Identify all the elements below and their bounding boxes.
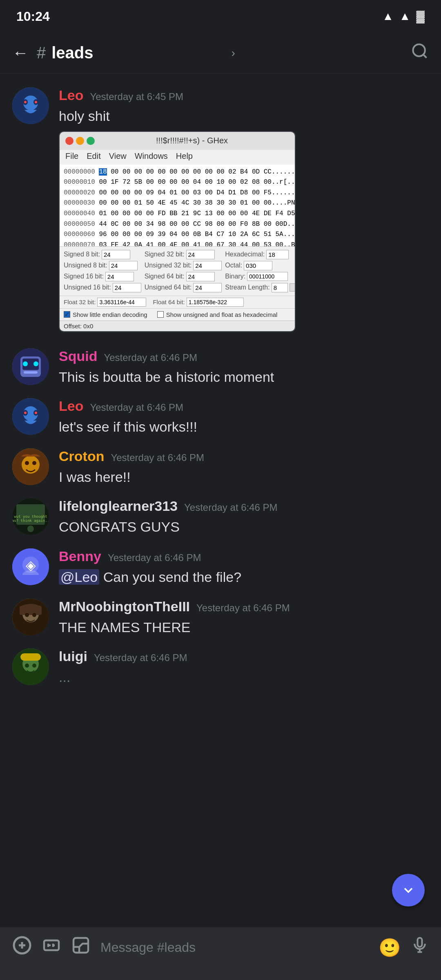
- hex-row: 00000070 03 FE 42 0A 41 00 4E 00 41 00 6…: [64, 240, 291, 246]
- field-float64: Float 64 bit:: [153, 298, 243, 307]
- message-header: Benny Yesterday at 6:46 PM: [59, 548, 429, 564]
- svg-text:is wut you thought it: is wut you thought it: [12, 514, 49, 519]
- message-text: @Leo Can you send the file?: [59, 568, 429, 587]
- ghex-checkboxes: ✓ Show little endian decoding Show unsig…: [60, 308, 295, 321]
- hex-row: 00000040 01 00 00 00 00 FD BB 21 9C 13 0…: [64, 209, 291, 219]
- svg-rect-45: [44, 940, 59, 950]
- menu-file[interactable]: File: [65, 151, 78, 163]
- ghex-menubar: File Edit View Windows Help: [60, 150, 295, 165]
- svg-point-22: [25, 461, 29, 465]
- field-float32: Float 32 bit:: [64, 298, 146, 307]
- message-header: Croton Yesterday at 6:46 PM: [59, 448, 429, 464]
- battery-icon: ▓: [416, 10, 425, 23]
- message-text: THE NAMES THERE: [59, 618, 429, 637]
- channel-name[interactable]: leads: [51, 44, 227, 62]
- avatar: [12, 648, 49, 685]
- ghex-float-row: Float 32 bit: Float 64 bit:: [60, 296, 295, 308]
- message-content: Croton Yesterday at 6:46 PM I was here!!: [59, 448, 429, 487]
- field-signed16: Signed 16 bit:: [64, 272, 141, 281]
- message-header: MrNoobingtonTheIII Yesterday at 6:46 PM: [59, 599, 429, 615]
- message-row: MrNoobingtonTheIII Yesterday at 6:46 PM …: [0, 593, 441, 643]
- stream-dec-btn[interactable]: −: [290, 283, 296, 292]
- wifi-icon: ▲: [382, 10, 394, 23]
- svg-point-7: [35, 101, 37, 103]
- message-header: Leo Yesterday at 6:45 PM: [59, 87, 429, 103]
- maximize-btn[interactable]: [87, 137, 95, 145]
- message-row: Squid Yesterday at 6:46 PM This is boutt…: [0, 343, 441, 393]
- menu-windows[interactable]: Windows: [135, 151, 168, 163]
- float32-input[interactable]: [97, 298, 146, 307]
- timestamp: Yesterday at 6:45 PM: [90, 91, 183, 102]
- add-button[interactable]: [12, 935, 32, 960]
- message-input[interactable]: [100, 940, 369, 955]
- float64-input[interactable]: [187, 298, 244, 307]
- signed32-input[interactable]: [186, 250, 215, 259]
- message-content: Squid Yesterday at 6:46 PM This is boutt…: [59, 348, 429, 387]
- checkbox-unsigned-float[interactable]: Show unsigned and float as hexadecimal: [157, 311, 278, 318]
- svg-point-28: [27, 526, 34, 532]
- unsigned16-input[interactable]: [113, 283, 141, 292]
- minimize-btn[interactable]: [76, 137, 84, 145]
- timestamp: Yesterday at 6:46 PM: [111, 452, 204, 463]
- top-bar: ← # leads ›: [0, 33, 441, 74]
- menu-edit[interactable]: Edit: [87, 151, 100, 163]
- field-binary: Binary:: [225, 272, 296, 281]
- hex-row: 00000050 44 0C 00 00 34 98 00 00 CC 98 0…: [64, 219, 291, 230]
- menu-view[interactable]: View: [109, 151, 127, 163]
- message-row: luigi Yesterday at 6:46 PM ...: [0, 643, 441, 693]
- svg-line-1: [423, 54, 427, 58]
- field-signed64: Signed 64 bit:: [145, 272, 222, 281]
- avatar: [12, 87, 49, 124]
- unsigned64-input[interactable]: [193, 283, 222, 292]
- svg-point-6: [24, 101, 27, 103]
- ghex-hex-display: 00000000 18 00 00 00 00 00 00 00 00 00 0…: [60, 165, 295, 246]
- binary-input[interactable]: [247, 272, 288, 281]
- sticker-button[interactable]: [71, 935, 91, 960]
- checkbox-little-endian[interactable]: ✓ Show little endian decoding: [64, 311, 147, 318]
- checkbox-label: Show little endian decoding: [73, 311, 147, 318]
- hex-row: 00000010 00 1F 72 5B 00 00 00 00 04 00 1…: [64, 177, 291, 188]
- message-text: CONGRATS GUYS: [59, 517, 429, 537]
- signed16-input[interactable]: [105, 272, 134, 281]
- svg-rect-13: [24, 371, 38, 374]
- channel-chevron-icon: ›: [231, 47, 235, 60]
- mic-button[interactable]: [411, 936, 429, 959]
- stream-length-input[interactable]: [272, 283, 288, 292]
- unsigned8-input[interactable]: [109, 261, 138, 270]
- svg-point-12: [33, 361, 38, 366]
- username: lifelonglearner313: [59, 498, 178, 514]
- username: luigi: [59, 648, 87, 664]
- field-unsigned32: Unsigned 32 bit:: [145, 261, 222, 270]
- hexadecimal-input[interactable]: [266, 250, 289, 259]
- svg-text:◈: ◈: [26, 558, 36, 572]
- field-signed8: Signed 8 bit:: [64, 250, 141, 259]
- emoji-button[interactable]: 🙂: [379, 937, 401, 958]
- svg-rect-47: [418, 938, 422, 947]
- octal-input[interactable]: [244, 261, 272, 270]
- search-button[interactable]: [411, 42, 429, 64]
- field-signed32: Signed 32 bit:: [145, 250, 222, 259]
- avatar: [12, 599, 49, 635]
- message-content: MrNoobingtonTheIII Yesterday at 6:46 PM …: [59, 599, 429, 637]
- menu-help[interactable]: Help: [176, 151, 193, 163]
- signed8-input[interactable]: [102, 250, 130, 259]
- message-text: ...: [59, 668, 429, 687]
- gif-button[interactable]: [42, 935, 61, 960]
- timestamp: Yesterday at 6:46 PM: [94, 652, 187, 664]
- message-row: ◈ Benny Yesterday at 6:46 PM @Leo Can yo…: [0, 543, 441, 593]
- back-button[interactable]: ←: [12, 44, 29, 62]
- svg-rect-34: [20, 606, 42, 615]
- field-octal: Octal:: [225, 261, 296, 270]
- scroll-to-bottom-button[interactable]: [392, 874, 425, 906]
- mention-leo: @Leo: [59, 569, 99, 585]
- message-content: luigi Yesterday at 6:46 PM ...: [59, 648, 429, 687]
- signed64-input[interactable]: [186, 272, 215, 281]
- close-btn[interactable]: [65, 137, 74, 145]
- unsigned32-input[interactable]: [193, 261, 222, 270]
- message-header: luigi Yesterday at 6:46 PM: [59, 648, 429, 664]
- messages-list: Leo Yesterday at 6:45 PM holy shit !!!$r…: [0, 74, 441, 775]
- signal-icon: ▲: [399, 10, 411, 23]
- svg-point-23: [32, 461, 36, 465]
- field-unsigned16: Unsigned 16 bit:: [64, 283, 141, 292]
- field-hexadecimal: Hexadecimal:: [225, 250, 296, 259]
